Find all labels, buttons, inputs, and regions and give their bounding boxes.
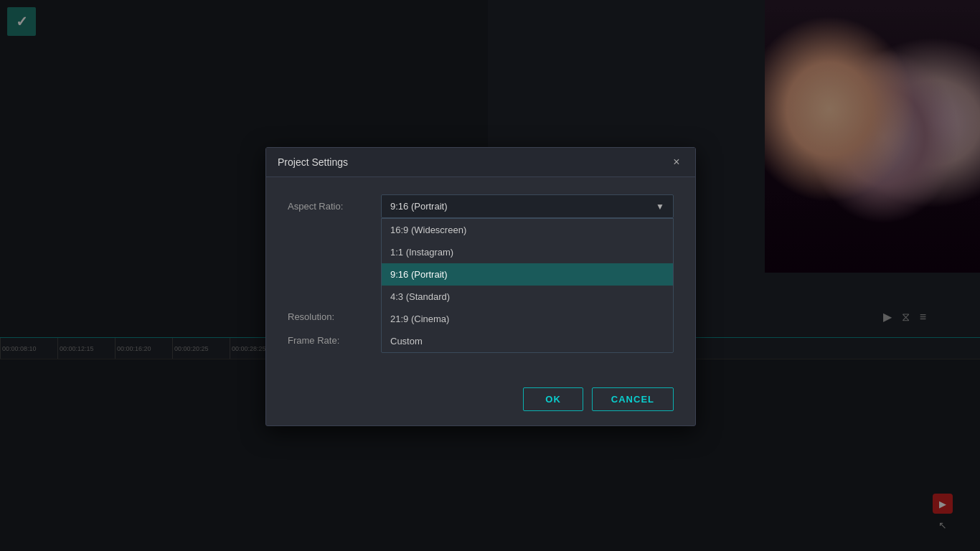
dropdown-option-custom[interactable]: Custom xyxy=(382,330,673,352)
dropdown-option-portrait[interactable]: 9:16 (Portrait) xyxy=(382,263,673,286)
aspect-ratio-select[interactable]: 9:16 (Portrait) ▼ xyxy=(381,194,674,218)
aspect-ratio-row: Aspect Ratio: 9:16 (Portrait) ▼ 16:9 (Wi… xyxy=(288,194,674,218)
selected-aspect-ratio-text: 9:16 (Portrait) xyxy=(390,201,447,212)
dialog-header: Project Settings × xyxy=(266,148,695,177)
dialog-title: Project Settings xyxy=(278,156,348,168)
frame-rate-label: Frame Rate: xyxy=(288,335,381,346)
dropdown-option-widescreen[interactable]: 16:9 (Widescreen) xyxy=(382,219,673,241)
close-button[interactable]: × xyxy=(669,155,684,169)
dropdown-option-standard[interactable]: 4:3 (Standard) xyxy=(382,286,673,308)
ok-button[interactable]: OK xyxy=(523,387,583,411)
project-settings-dialog: Project Settings × Aspect Ratio: 9:16 (P… xyxy=(265,147,696,426)
dropdown-option-cinema[interactable]: 21:9 (Cinema) xyxy=(382,308,673,330)
aspect-ratio-dropdown: 16:9 (Widescreen) 1:1 (Instagram) 9:16 (… xyxy=(381,218,674,353)
aspect-ratio-control: 9:16 (Portrait) ▼ 16:9 (Widescreen) 1:1 … xyxy=(381,194,674,218)
chevron-down-icon: ▼ xyxy=(656,202,664,212)
cancel-button[interactable]: CANCEL xyxy=(592,387,674,411)
dropdown-option-instagram[interactable]: 1:1 (Instagram) xyxy=(382,241,673,263)
aspect-ratio-label: Aspect Ratio: xyxy=(288,201,381,212)
aspect-ratio-select-wrapper: 9:16 (Portrait) ▼ 16:9 (Widescreen) 1:1 … xyxy=(381,194,674,218)
dialog-footer: OK CANCEL xyxy=(266,376,695,425)
resolution-label: Resolution: xyxy=(288,311,381,322)
dialog-body: Aspect Ratio: 9:16 (Portrait) ▼ 16:9 (Wi… xyxy=(266,177,695,376)
